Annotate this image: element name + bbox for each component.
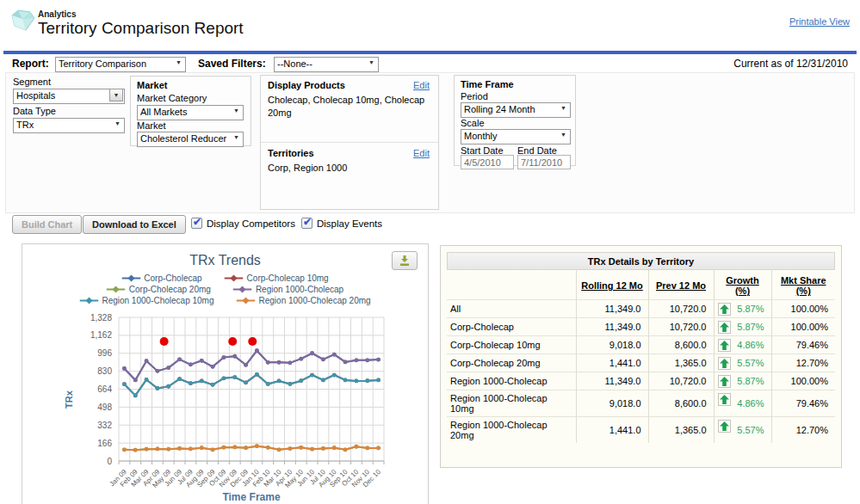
data-point[interactable]	[310, 447, 314, 452]
data-point[interactable]	[133, 394, 138, 398]
end-date-input[interactable]	[517, 155, 571, 169]
data-point[interactable]	[156, 447, 160, 452]
data-point[interactable]	[133, 448, 138, 452]
start-date-input[interactable]	[461, 155, 514, 169]
data-point[interactable]	[232, 446, 237, 450]
data-point[interactable]	[355, 445, 359, 449]
event-marker-dot[interactable]	[160, 337, 169, 346]
build-chart-button[interactable]: Build Chart	[12, 215, 82, 234]
download-to-excel-button[interactable]: Download to Excel	[83, 215, 186, 234]
legend-item-6[interactable]: Region 1000-Cholecap 20mg	[237, 296, 371, 305]
data-point[interactable]	[277, 360, 282, 365]
data-point[interactable]	[244, 380, 248, 384]
data-point[interactable]	[365, 446, 369, 451]
data-point[interactable]	[133, 378, 138, 383]
display-events-checkbox[interactable]	[301, 218, 312, 229]
data-point[interactable]	[222, 376, 226, 380]
territories-edit-link[interactable]: Edit	[413, 148, 430, 158]
event-marker-dot[interactable]	[228, 337, 237, 346]
data-point[interactable]	[145, 447, 149, 452]
data-point[interactable]	[332, 353, 337, 357]
data-point[interactable]	[376, 446, 381, 451]
data-point[interactable]	[299, 357, 303, 361]
col-prev-12mo[interactable]: Prev 12 Mo	[648, 270, 714, 300]
col-growth[interactable]: Growth (%)	[714, 270, 771, 300]
data-point[interactable]	[232, 354, 237, 359]
data-point[interactable]	[211, 365, 215, 369]
data-point[interactable]	[222, 355, 226, 360]
data-point[interactable]	[200, 379, 204, 384]
data-point[interactable]	[321, 357, 325, 361]
data-point[interactable]	[310, 373, 314, 378]
data-point[interactable]	[365, 378, 369, 383]
event-marker-dot[interactable]	[248, 337, 257, 346]
data-point[interactable]	[222, 446, 226, 450]
data-point[interactable]	[266, 446, 270, 450]
data-point[interactable]	[166, 384, 170, 389]
data-point[interactable]	[177, 377, 182, 381]
data-point[interactable]	[145, 378, 149, 382]
data-point[interactable]	[299, 446, 303, 450]
data-point[interactable]	[376, 378, 381, 383]
data-point[interactable]	[343, 378, 348, 383]
data-point[interactable]	[277, 447, 282, 452]
display-products-edit-link[interactable]: Edit	[413, 80, 430, 90]
data-point[interactable]	[122, 447, 127, 452]
data-point[interactable]	[376, 358, 381, 362]
chart-download-button[interactable]	[392, 251, 418, 270]
data-point[interactable]	[200, 359, 204, 363]
data-point[interactable]	[189, 362, 193, 366]
data-point[interactable]	[145, 359, 149, 363]
legend-item-1[interactable]: Corp-Cholecap	[121, 274, 201, 283]
data-point[interactable]	[355, 358, 359, 362]
data-point[interactable]	[255, 348, 259, 353]
data-point[interactable]	[211, 383, 215, 387]
market-select[interactable]: Cholesterol Reducer	[137, 132, 244, 147]
data-point[interactable]	[189, 447, 193, 452]
data-point[interactable]	[255, 444, 259, 448]
data-point[interactable]	[244, 363, 248, 367]
data-point[interactable]	[177, 357, 182, 361]
data-point[interactable]	[343, 360, 348, 365]
data-point[interactable]	[122, 382, 127, 386]
data-point[interactable]	[166, 366, 170, 370]
data-point[interactable]	[365, 358, 369, 362]
scale-select[interactable]: Monthly	[461, 129, 571, 144]
legend-item-2[interactable]: Corp-Cholecap 10mg	[225, 274, 329, 283]
data-point[interactable]	[288, 446, 293, 451]
data-point[interactable]	[166, 447, 170, 452]
market-category-select[interactable]: All Markets	[137, 105, 244, 120]
data-point[interactable]	[355, 379, 359, 384]
data-point[interactable]	[299, 378, 303, 383]
legend-item-4[interactable]: Region 1000-Cholecap	[233, 285, 343, 294]
data-point[interactable]	[332, 446, 337, 450]
data-point[interactable]	[321, 378, 325, 383]
col-rolling-12mo[interactable]: Rolling 12 Mo	[576, 270, 648, 300]
data-point[interactable]	[177, 446, 182, 451]
data-point[interactable]	[156, 369, 160, 373]
col-mkt-share[interactable]: Mkt Share (%)	[771, 270, 835, 300]
data-point[interactable]	[277, 379, 282, 384]
data-point[interactable]	[244, 446, 248, 450]
data-point[interactable]	[122, 366, 127, 371]
data-point[interactable]	[189, 381, 193, 385]
data-point[interactable]	[211, 447, 215, 452]
data-point[interactable]	[310, 351, 314, 355]
printable-view-link[interactable]: Printable View	[789, 16, 850, 27]
data-point[interactable]	[321, 446, 325, 451]
data-point[interactable]	[156, 386, 160, 390]
data-point[interactable]	[232, 375, 237, 379]
data-point[interactable]	[200, 446, 204, 450]
legend-item-3[interactable]: Corp-Cholecap 20mg	[107, 285, 211, 294]
data-point[interactable]	[288, 360, 293, 365]
data-point[interactable]	[332, 373, 337, 378]
data-type-select[interactable]: TRx	[13, 118, 125, 133]
legend-item-5[interactable]: Region 1000-Cholecap 10mg	[79, 296, 213, 305]
data-point[interactable]	[266, 382, 270, 386]
period-select[interactable]: Rolling 24 Month	[461, 102, 571, 118]
data-point[interactable]	[266, 360, 270, 365]
data-point[interactable]	[255, 372, 259, 377]
data-point[interactable]	[343, 447, 348, 452]
display-competitors-checkbox[interactable]	[191, 218, 202, 229]
segment-select[interactable]: Hospitals	[13, 89, 125, 104]
